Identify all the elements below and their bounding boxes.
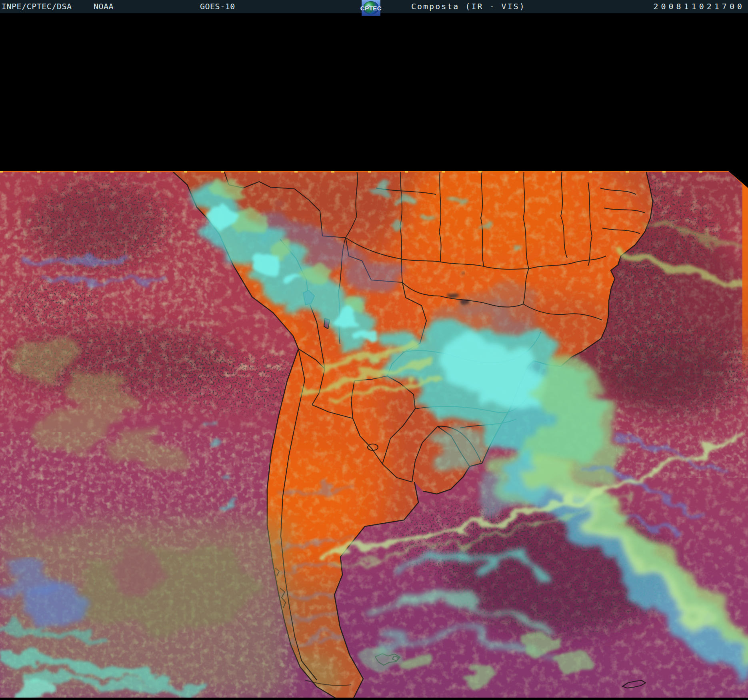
satellite-viewer: INPE/CPTEC/DSA NOAA GOES-10 Composta (IR… bbox=[0, 0, 748, 700]
product-label: Composta (IR - VIS) bbox=[411, 2, 526, 11]
cptec-logo: CPTEC bbox=[362, 0, 380, 16]
satellite-composite-image bbox=[0, 0, 748, 700]
satellite-label: GOES-10 bbox=[200, 2, 235, 11]
bottom-black-strip bbox=[0, 698, 748, 700]
timestamp-label: 200811021700 bbox=[654, 2, 745, 11]
agency-label: INPE/CPTEC/DSA bbox=[2, 2, 72, 11]
operator-label: NOAA bbox=[94, 2, 114, 11]
cptec-logo-text: CPTEC bbox=[360, 5, 382, 12]
